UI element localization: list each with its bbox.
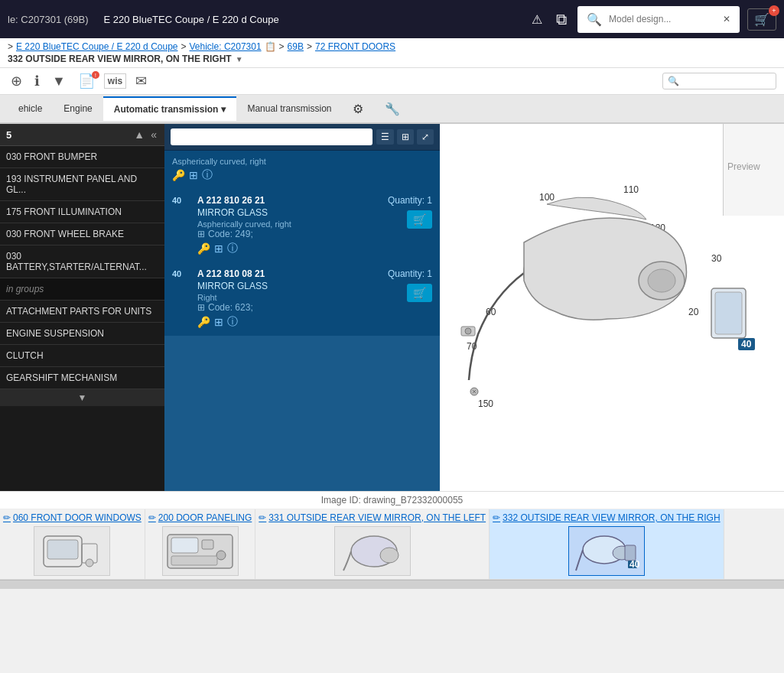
top-bar: le: C207301 (69B) E 220 BlueTEC Coupe / … xyxy=(0,0,784,38)
sidebar-item-battery[interactable]: 030 BATTERY,STARTER/ALTERNAT... xyxy=(0,245,164,278)
part-key-icon[interactable]: 🔑 xyxy=(172,168,185,182)
svg-point-24 xyxy=(216,551,226,560)
breadcrumb-item-4[interactable]: 72 FRONT DOORS xyxy=(315,41,395,52)
sidebar-item-front-illumination[interactable]: 175 FRONT ILLUMINATION xyxy=(0,201,164,223)
breadcrumb-dropdown-icon[interactable]: ▼ xyxy=(236,55,243,63)
copy-icon[interactable]: ⧉ xyxy=(553,8,570,31)
thumbnail-item-0[interactable]: ✏ 060 FRONT DOOR WINDOWS xyxy=(0,509,145,579)
image-id-bar: Image ID: drawing_B72332000055 xyxy=(0,492,784,509)
parts-expand-btn[interactable]: ⤢ xyxy=(417,129,434,145)
part-key-icon-1[interactable]: 🔑 xyxy=(197,315,210,329)
thumb-img-3: 40 xyxy=(568,526,645,576)
part-grid-icon[interactable]: ⊞ xyxy=(189,168,198,182)
doc-button[interactable]: 📄! xyxy=(75,71,98,91)
clear-search-icon[interactable]: ✕ xyxy=(720,11,734,28)
manual-trans-tab-label: Manual transmission xyxy=(247,103,331,114)
sidebar-item-engine-suspension[interactable]: ENGINE SUSPENSION xyxy=(0,323,164,345)
part-qty-section-0: Quantity: 1 🛒 xyxy=(388,195,432,229)
breadcrumb-item-3[interactable]: 69B xyxy=(288,41,304,52)
model-search-input[interactable] xyxy=(609,14,716,24)
parts-list: ☰ ⊞ ⤢ Aspherically curved, right 🔑 ⊞ ⓘ xyxy=(164,124,440,491)
sidebar-item-front-wheel-brake[interactable]: 030 FRONT WHEEL BRAKE xyxy=(0,223,164,245)
sidebar-item-instrument-panel[interactable]: 193 INSTRUMENT PANEL AND GL... xyxy=(0,168,164,201)
thumbnail-item-2[interactable]: ✏ 331 OUTSIDE REAR VIEW MIRROR, ON THE L… xyxy=(255,509,490,579)
parts-list-view-btn[interactable]: ☰ xyxy=(376,129,394,145)
tab-icon-2[interactable]: 🔧 xyxy=(374,96,411,122)
sidebar-collapse-up[interactable]: ▲ xyxy=(132,128,146,141)
top-bar-left: le: C207301 (69B) E 220 BlueTEC Coupe / … xyxy=(8,14,279,25)
sidebar-item-label: 175 FRONT ILLUMINATION xyxy=(6,206,122,217)
add-to-cart-1[interactable]: 🛒 xyxy=(407,284,432,302)
warning-icon[interactable]: ⚠ xyxy=(529,9,545,30)
thumb-img-2 xyxy=(334,526,411,576)
add-to-cart-0[interactable]: 🛒 xyxy=(407,210,432,229)
part-grid-icon-1[interactable]: ⊞ xyxy=(214,315,223,329)
thumbnails-bar: ✏ 060 FRONT DOOR WINDOWS ✏ 200 DOOR PANE… xyxy=(0,509,784,580)
tab-auto-transmission[interactable]: Automatic transmission ▾ xyxy=(103,96,237,121)
sidebar-header-num: 5 xyxy=(6,129,11,141)
scroll-down-icon[interactable]: ▼ xyxy=(78,392,87,403)
parts-search-input[interactable] xyxy=(171,128,372,145)
part-label-40-highlight: 40 xyxy=(741,339,752,350)
svg-rect-25 xyxy=(171,556,217,565)
info-button[interactable]: ℹ xyxy=(31,71,43,91)
thumbnail-item-1[interactable]: ✏ 200 DOOR PANELING xyxy=(145,509,255,579)
thumb-label-2[interactable]: ✏ 331 OUTSIDE REAR VIEW MIRROR, ON THE L… xyxy=(259,512,486,523)
diagram-thumbnail-preview: Preview xyxy=(723,124,784,216)
thumbnail-item-3[interactable]: ✏ 332 OUTSIDE REAR VIEW MIRROR, ON THE R… xyxy=(490,509,724,579)
cart-button[interactable]: 🛒 + xyxy=(747,8,776,31)
part-grid-icon-0[interactable]: ⊞ xyxy=(214,242,223,255)
part-id-0: A 212 810 26 21 xyxy=(197,195,265,206)
mail-button[interactable]: ✉ xyxy=(132,71,150,91)
thumb-label-0[interactable]: ✏ 060 FRONT DOOR WINDOWS xyxy=(3,512,142,523)
zoom-in-button[interactable]: ⊕ xyxy=(8,71,25,91)
thumb-label-1[interactable]: ✏ 200 DOOR PANELING xyxy=(148,512,252,523)
sidebar-item-gearshift[interactable]: GEARSHIFT MECHANISM xyxy=(0,367,164,389)
part-item-prev[interactable]: Aspherically curved, right 🔑 ⊞ ⓘ xyxy=(164,151,440,189)
parts-grid-view-btn[interactable]: ⊞ xyxy=(397,129,414,145)
tab-engine[interactable]: Engine xyxy=(53,97,102,120)
part-label-30: 30 xyxy=(711,253,722,264)
sidebar-item-attachment-parts[interactable]: ATTACHMENT PARTS FOR UNITS xyxy=(0,301,164,323)
current-page-title: 332 OUTSIDE REAR VIEW MIRROR, ON THE RIG… xyxy=(8,54,232,64)
part-item-1[interactable]: 40 A 212 810 08 21 MIRROR GLASS Right ⊞ … xyxy=(164,262,440,336)
sidebar-item-label: CLUTCH xyxy=(6,350,44,361)
sidebar-scroll-down[interactable]: ▼ xyxy=(0,389,164,406)
engine-tab-label: Engine xyxy=(63,103,92,114)
part-name-0: MIRROR GLASS xyxy=(197,207,291,218)
grid-code-icon: ⊞ xyxy=(197,229,205,239)
thumb-img-0 xyxy=(34,526,110,576)
part-item-0[interactable]: 40 A 212 810 26 21 MIRROR GLASS Aspheric… xyxy=(164,189,440,262)
part-code-1: ⊞ Code: 623; xyxy=(197,302,268,313)
toolbar-search-input[interactable] xyxy=(679,76,771,86)
sidebar-item-label: 030 FRONT WHEEL BRAKE xyxy=(6,229,124,239)
sidebar-item-clutch[interactable]: CLUTCH xyxy=(0,345,164,367)
part-id-1: A 212 810 08 21 xyxy=(197,268,265,279)
vehicle-info-icon[interactable]: 📋 xyxy=(265,41,276,52)
toolbar-search-icon[interactable]: 🔍 xyxy=(668,76,679,86)
filter-button[interactable]: ▼ xyxy=(49,72,69,91)
sidebar-item-label: GEARSHIFT MECHANISM xyxy=(6,372,117,383)
part-label-110: 110 xyxy=(623,184,639,195)
thumb-label-3[interactable]: ✏ 332 OUTSIDE REAR VIEW MIRROR, ON THE R… xyxy=(493,512,720,523)
wis-button[interactable]: wis xyxy=(104,73,126,89)
sidebar-item-front-bumper[interactable]: 030 FRONT BUMPER xyxy=(0,146,164,168)
sidebar-collapse-icon[interactable]: « xyxy=(149,128,158,141)
part-info-icon-1[interactable]: ⓘ xyxy=(227,315,238,329)
horizontal-scrollbar[interactable] xyxy=(0,580,784,589)
breadcrumb-item-2[interactable]: Vehicle: C207301 xyxy=(190,41,262,52)
breadcrumb-item-1[interactable]: E 220 BlueTEC Coupe / E 220 d Coupe xyxy=(16,41,177,52)
part-key-icon-0[interactable]: 🔑 xyxy=(197,242,210,255)
part-info-icon[interactable]: ⓘ xyxy=(202,168,213,182)
tab-vehicle[interactable]: ehicle xyxy=(8,97,53,120)
breadcrumb-bar: > E 220 BlueTEC Coupe / E 220 d Coupe > … xyxy=(0,38,784,68)
search-icon[interactable]: 🔍 xyxy=(584,9,605,30)
tab-manual-transmission[interactable]: Manual transmission xyxy=(236,97,342,120)
main-content: 5 ▲ « 030 FRONT BUMPER 193 INSTRUMENT PA… xyxy=(0,124,784,491)
svg-point-28 xyxy=(380,548,399,563)
tab-icon-1[interactable]: ⚙ xyxy=(342,96,374,122)
thumb-edit-icon-0: ✏ xyxy=(3,512,11,523)
part-info-icon-0[interactable]: ⓘ xyxy=(227,242,238,255)
thumb-img-1 xyxy=(162,526,239,576)
part-desc-1: Right xyxy=(197,293,268,302)
